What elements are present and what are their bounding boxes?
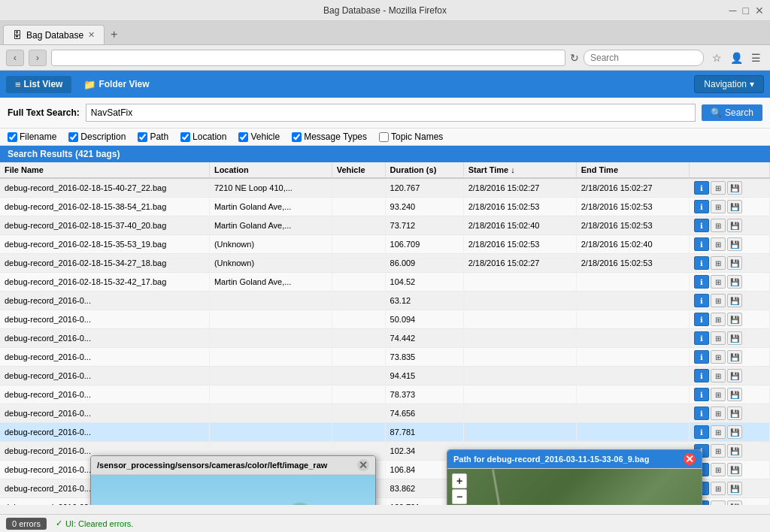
info-button[interactable]: ℹ — [694, 256, 709, 270]
table-row[interactable]: debug-record_2016-02-18-15-38-54_21.bagM… — [0, 198, 770, 216]
menu-icon[interactable]: ☰ — [747, 50, 764, 66]
navigation-button[interactable]: Navigation ▾ — [694, 75, 764, 93]
view-button[interactable]: ⊞ — [711, 256, 726, 270]
image-popup-close-button[interactable]: ✕ — [357, 459, 369, 471]
download-button[interactable]: 💾 — [727, 313, 742, 326]
tab-bag-database[interactable]: 🗄 Bag Database ✕ — [3, 25, 105, 44]
view-button[interactable]: ⊞ — [711, 369, 726, 382]
filter-filename[interactable]: Filename — [8, 131, 56, 142]
info-button[interactable]: ℹ — [694, 388, 709, 401]
bookmark-icon[interactable]: ☆ — [708, 50, 725, 66]
download-button[interactable]: 💾 — [727, 444, 742, 458]
tab-close-button[interactable]: ✕ — [88, 30, 95, 40]
filter-message-types[interactable]: Message Types — [292, 131, 367, 142]
view-button[interactable]: ⊞ — [711, 444, 726, 458]
info-button[interactable]: ℹ — [694, 331, 709, 345]
reload-button[interactable]: ↻ — [570, 52, 579, 64]
search-input[interactable] — [86, 104, 696, 122]
close-button[interactable]: ✕ — [755, 5, 764, 17]
view-button[interactable]: ⊞ — [711, 294, 726, 307]
window-controls[interactable]: ─ □ ✕ — [729, 5, 764, 17]
view-button[interactable]: ⊞ — [711, 407, 726, 420]
download-button[interactable]: 💾 — [727, 463, 742, 476]
table-row[interactable]: debug-record_2016-0...87.781 ℹ ⊞ 💾 — [0, 423, 770, 442]
table-row[interactable]: debug-record_2016-0...74.442 ℹ ⊞ 💾 — [0, 329, 770, 348]
browser-search-input[interactable] — [584, 50, 704, 66]
download-button[interactable]: 💾 — [727, 200, 742, 213]
view-button[interactable]: ⊞ — [711, 237, 726, 251]
view-button[interactable]: ⊞ — [711, 313, 726, 326]
search-button[interactable]: 🔍 Search — [702, 104, 762, 121]
info-button[interactable]: ℹ — [694, 275, 709, 289]
col-start-time-[interactable]: Start Time ↓ — [463, 162, 576, 178]
info-button[interactable]: ℹ — [694, 237, 709, 251]
download-button[interactable]: 💾 — [727, 237, 742, 251]
download-button[interactable]: 💾 — [727, 369, 742, 382]
info-button[interactable]: ℹ — [694, 219, 709, 232]
forward-button[interactable]: › — [29, 50, 47, 66]
results-table-container[interactable]: File NameLocationVehicleDuration (s)Star… — [0, 162, 770, 505]
download-button[interactable]: 💾 — [727, 350, 742, 364]
table-row[interactable]: debug-record_2016-02-18-15-37-40_20.bagM… — [0, 216, 770, 235]
view-button[interactable]: ⊞ — [711, 500, 726, 505]
table-row[interactable]: debug-record_2016-02-18-15-34-27_18.bag(… — [0, 254, 770, 273]
filter-vehicle[interactable]: Vehicle — [238, 131, 280, 142]
info-button[interactable]: ℹ — [694, 407, 709, 420]
view-button[interactable]: ⊞ — [711, 331, 726, 345]
maximize-button[interactable]: □ — [743, 5, 749, 17]
back-button[interactable]: ‹ — [6, 50, 24, 66]
download-button[interactable]: 💾 — [727, 219, 742, 232]
new-tab-button[interactable]: + — [105, 25, 123, 44]
map-popup-close-button[interactable]: ✕ — [684, 453, 696, 465]
filter-location[interactable]: Location — [180, 131, 226, 142]
download-button[interactable]: 💾 — [727, 294, 742, 307]
col-vehicle[interactable]: Vehicle — [332, 162, 385, 178]
filter-topic-names[interactable]: Topic Names — [379, 131, 443, 142]
table-row[interactable]: debug-record_2016-0...73.835 ℹ ⊞ 💾 — [0, 348, 770, 367]
filter-description[interactable]: Description — [68, 131, 126, 142]
col-duration-s[interactable]: Duration (s) — [385, 162, 463, 178]
info-button[interactable]: ℹ — [694, 200, 709, 213]
zoom-in-button[interactable]: + — [452, 473, 467, 488]
download-button[interactable]: 💾 — [727, 275, 742, 289]
table-row[interactable]: debug-record_2016-02-18-15-35-53_19.bag(… — [0, 235, 770, 254]
info-button[interactable]: ℹ — [694, 425, 709, 439]
view-button[interactable]: ⊞ — [711, 482, 726, 495]
download-button[interactable]: 💾 — [727, 407, 742, 420]
download-button[interactable]: 💾 — [727, 482, 742, 495]
table-row[interactable]: debug-record_2016-0...50.094 ℹ ⊞ 💾 — [0, 310, 770, 329]
view-button[interactable]: ⊞ — [711, 200, 726, 213]
col-file-name[interactable]: File Name — [0, 162, 209, 178]
download-button[interactable]: 💾 — [727, 331, 742, 345]
info-button[interactable]: ℹ — [694, 350, 709, 364]
minimize-button[interactable]: ─ — [729, 5, 737, 17]
url-input[interactable] — [51, 50, 565, 66]
list-view-button[interactable]: ≡ List View — [6, 76, 71, 93]
col-location[interactable]: Location — [209, 162, 332, 178]
info-button[interactable]: ℹ — [694, 313, 709, 326]
view-button[interactable]: ⊞ — [711, 181, 726, 195]
download-button[interactable]: 💾 — [727, 388, 742, 401]
view-button[interactable]: ⊞ — [711, 463, 726, 476]
info-button[interactable]: ℹ — [694, 369, 709, 382]
table-row[interactable]: debug-record_2016-0...94.415 ℹ ⊞ 💾 — [0, 367, 770, 385]
view-button[interactable]: ⊞ — [711, 388, 726, 401]
info-button[interactable]: ℹ — [694, 294, 709, 307]
table-row[interactable]: debug-record_2016-0...78.373 ℹ ⊞ 💾 — [0, 385, 770, 404]
view-button[interactable]: ⊞ — [711, 425, 726, 439]
table-row[interactable]: debug-record_2016-0...63.12 ℹ ⊞ 💾 — [0, 292, 770, 310]
download-button[interactable]: 💾 — [727, 425, 742, 439]
col-end-time[interactable]: End Time — [576, 162, 689, 178]
zoom-out-button[interactable]: − — [452, 489, 467, 504]
view-button[interactable]: ⊞ — [711, 350, 726, 364]
view-button[interactable]: ⊞ — [711, 219, 726, 232]
info-button[interactable]: ℹ — [694, 181, 709, 195]
profile-icon[interactable]: 👤 — [728, 50, 744, 66]
filter-path[interactable]: Path — [138, 131, 168, 142]
table-row[interactable]: debug-record_2016-0...74.656 ℹ ⊞ 💾 — [0, 404, 770, 423]
download-button[interactable]: 💾 — [727, 500, 742, 505]
view-button[interactable]: ⊞ — [711, 275, 726, 289]
table-row[interactable]: debug-record_2016-02-18-15-40-27_22.bag7… — [0, 178, 770, 198]
folder-view-button[interactable]: 📁 Folder View — [74, 76, 158, 93]
download-button[interactable]: 💾 — [727, 256, 742, 270]
